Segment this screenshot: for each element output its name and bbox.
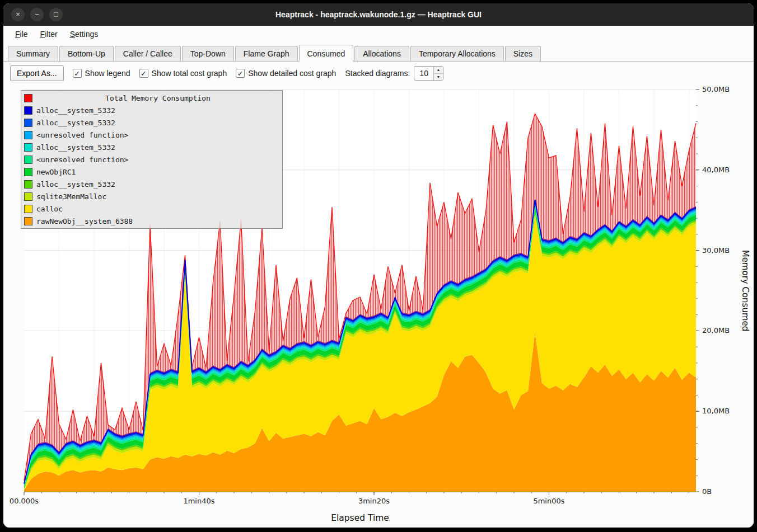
legend-swatch (24, 156, 32, 164)
stacked-diagrams-spinbox[interactable]: 10 ▲ ▼ (414, 66, 443, 81)
x-tick-label: 5min00s (533, 497, 564, 505)
window-controls: × − □ (11, 3, 63, 25)
legend-swatch (24, 143, 32, 152)
show-detailed-cost-label: Show detailed cost graph (248, 69, 336, 78)
chart-legend: Total Memory Consumptionalloc__system_53… (21, 90, 283, 229)
legend-entry: sqlite3MemMalloc (24, 190, 279, 203)
export-as-button[interactable]: Export As... (10, 65, 64, 81)
legend-label: sqlite3MemMalloc (36, 192, 106, 201)
stacked-diagrams-control: Stacked diagrams: 10 ▲ ▼ (345, 66, 443, 81)
toolbar: Export As... ✓ Show legend ✓ Show total … (3, 62, 754, 85)
legend-entry: calloc (24, 203, 279, 215)
checkbox-checked-icon: ✓ (139, 69, 148, 78)
tab-caller-callee[interactable]: Caller / Callee (115, 46, 181, 61)
legend-entry: <unresolved function> (24, 129, 279, 141)
legend-label: calloc (36, 205, 63, 213)
tab-summary[interactable]: Summary (8, 46, 58, 61)
legend-swatch (24, 205, 32, 213)
legend-label: rawNewObj__system_6388 (36, 217, 133, 225)
legend-entry: alloc__system_5332 (24, 178, 279, 190)
y-tick-label: 40,0MB (702, 166, 730, 174)
legend-swatch (24, 168, 32, 176)
minimize-icon: − (35, 11, 39, 18)
legend-label: <unresolved function> (36, 156, 128, 164)
show-total-cost-label: Show total cost graph (152, 69, 227, 78)
checkbox-checked-icon: ✓ (73, 69, 82, 78)
legend-swatch (24, 192, 32, 201)
legend-label: newObjRC1 (36, 168, 76, 176)
minimize-button[interactable]: − (30, 8, 44, 21)
legend-label: alloc__system_5332 (36, 119, 115, 127)
legend-entry: rawNewObj__system_6388 (24, 215, 279, 227)
legend-entry: Total Memory Consumption (24, 92, 279, 104)
tab-bottom-up[interactable]: Bottom-Up (59, 46, 114, 61)
chart-area: Total Memory Consumptionalloc__system_53… (3, 85, 754, 528)
show-total-cost-checkbox[interactable]: ✓ Show total cost graph (139, 69, 227, 78)
legend-label: <unresolved function> (36, 131, 128, 139)
y-tick-label: 10,0MB (702, 407, 730, 415)
show-legend-checkbox[interactable]: ✓ Show legend (73, 69, 130, 78)
tab-temporary-allocations[interactable]: Temporary Allocations (410, 46, 504, 61)
spinbox-arrows: ▲ ▼ (433, 67, 443, 80)
legend-label: alloc__system_5332 (36, 143, 115, 152)
y-tick-label: 30,0MB (702, 246, 730, 255)
maximize-icon: □ (54, 11, 58, 18)
x-tick-label: 00.000s (10, 497, 39, 505)
maximize-button[interactable]: □ (49, 8, 63, 21)
legend-entry: newObjRC1 (24, 166, 279, 178)
titlebar: × − □ Heaptrack - heaptrack.wakunode.1.g… (3, 3, 754, 26)
legend-label: alloc__system_5332 (36, 106, 115, 115)
tab-top-down[interactable]: Top-Down (182, 46, 234, 61)
tab-sizes[interactable]: Sizes (505, 46, 541, 61)
tab-allocations[interactable]: Allocations (354, 46, 409, 61)
legend-swatch (24, 119, 32, 127)
legend-title: Total Memory Consumption (36, 94, 279, 102)
legend-swatch (24, 106, 32, 115)
legend-swatch (24, 131, 32, 139)
tabbar: Summary Bottom-Up Caller / Callee Top-Do… (3, 43, 754, 62)
legend-swatch (24, 94, 32, 102)
legend-entry: alloc__system_5332 (24, 104, 279, 116)
legend-label: alloc__system_5332 (36, 180, 115, 189)
y-tick-label: 20,0MB (702, 326, 730, 335)
close-icon: × (16, 11, 20, 18)
x-tick-label: 1min40s (183, 497, 214, 505)
menu-filter[interactable]: Filter (35, 28, 63, 40)
legend-entry: alloc__system_5332 (24, 116, 279, 129)
y-tick-label: 50,0MB (702, 85, 730, 93)
checkbox-checked-icon: ✓ (236, 69, 245, 78)
stacked-diagrams-value[interactable]: 10 (414, 67, 433, 80)
heaptrack-window: × − □ Heaptrack - heaptrack.wakunode.1.g… (3, 3, 754, 528)
x-axis-title: Elapsed Time (331, 513, 389, 523)
stacked-diagrams-label: Stacked diagrams: (345, 69, 410, 78)
spin-up-button[interactable]: ▲ (434, 67, 443, 74)
tab-consumed[interactable]: Consumed (299, 45, 354, 62)
x-tick-label: 3min20s (358, 497, 390, 505)
y-axis-title: Memory Consumed (740, 250, 750, 332)
y-tick-label: 0B (702, 487, 712, 496)
legend-entry: <unresolved function> (24, 153, 279, 166)
close-button[interactable]: × (11, 8, 25, 21)
show-legend-label: Show legend (85, 69, 130, 78)
menubar: File Filter Settings (3, 26, 754, 43)
menu-settings[interactable]: Settings (65, 28, 104, 40)
legend-swatch (24, 180, 32, 189)
menu-file[interactable]: File (10, 28, 33, 40)
window-title: Heaptrack - heaptrack.wakunode.1.gz — He… (275, 10, 482, 19)
show-detailed-cost-checkbox[interactable]: ✓ Show detailed cost graph (236, 69, 336, 78)
tab-flame-graph[interactable]: Flame Graph (235, 46, 298, 61)
spin-down-button[interactable]: ▼ (434, 74, 443, 81)
legend-entry: alloc__system_5332 (24, 141, 279, 153)
legend-swatch (24, 217, 32, 225)
